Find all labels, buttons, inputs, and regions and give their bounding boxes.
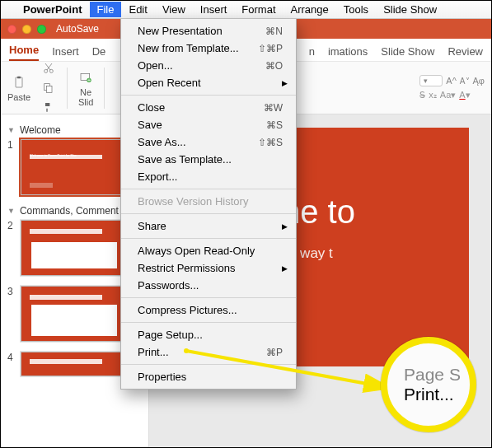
- increase-font-icon[interactable]: A^: [446, 76, 457, 86]
- slide-number: 2: [7, 220, 16, 231]
- new-slide-label: Ne Slid: [78, 87, 93, 107]
- copy-icon[interactable]: [40, 80, 57, 96]
- new-slide-icon: [77, 69, 94, 86]
- menu-separator: [121, 364, 296, 365]
- traffic-lights: [7, 25, 46, 34]
- mac-app-name[interactable]: PowerPoint: [16, 2, 90, 17]
- menu-new-from-template[interactable]: New from Template...⇧⌘P: [121, 40, 296, 57]
- minimize-window-button[interactable]: [22, 25, 31, 34]
- tab-animations-cut[interactable]: imations: [328, 45, 368, 61]
- menu-save-as[interactable]: Save As...⇧⌘S: [121, 133, 296, 151]
- font-color-icon[interactable]: A▾: [459, 90, 470, 100]
- tab-home[interactable]: Home: [9, 44, 39, 61]
- tab-insert[interactable]: Insert: [52, 45, 79, 61]
- menu-restrict-permissions[interactable]: Restrict Permissions: [121, 259, 296, 277]
- menubar-tools[interactable]: Tools: [336, 2, 376, 17]
- menu-open[interactable]: Open...⌘O: [121, 57, 296, 74]
- menu-compress-pictures[interactable]: Compress Pictures...: [121, 301, 296, 319]
- slide-thumb-1[interactable]: Welcome to PowerPoint for Mac: [21, 139, 128, 195]
- subscript-icon[interactable]: x₂: [429, 90, 437, 100]
- menu-properties[interactable]: Properties: [121, 368, 296, 385]
- menubar-format[interactable]: Format: [234, 2, 283, 17]
- file-menu-dropdown: New Presentation⌘N New from Template...⇧…: [120, 19, 297, 390]
- font-size-dropdown[interactable]: [419, 75, 443, 86]
- menu-always-open-read-only[interactable]: Always Open Read-Only: [121, 242, 296, 259]
- clear-format-icon[interactable]: Ąφ: [473, 76, 485, 86]
- menu-separator: [121, 189, 296, 189]
- close-window-button[interactable]: [7, 25, 16, 34]
- new-slide-button[interactable]: Ne Slid: [77, 69, 94, 107]
- decrease-font-icon[interactable]: A˅: [460, 77, 470, 86]
- slide-number: 3: [7, 286, 16, 297]
- slide-number: 4: [7, 352, 16, 363]
- zoom-line-print: Print...: [404, 385, 470, 404]
- clipboard-icon: [11, 74, 27, 91]
- menu-save[interactable]: Save⌘S: [121, 116, 296, 133]
- menu-print[interactable]: Print...⌘P: [121, 343, 296, 361]
- menu-open-recent[interactable]: Open Recent: [121, 74, 296, 91]
- tab-transitions-cut[interactable]: n: [309, 45, 315, 61]
- tab-review[interactable]: Review: [447, 45, 483, 61]
- fullscreen-window-button[interactable]: [37, 25, 46, 34]
- menubar-arrange[interactable]: Arrange: [283, 2, 336, 17]
- tab-slideshow[interactable]: Slide Show: [381, 45, 434, 61]
- mac-menubar: PowerPoint File Edit View Insert Format …: [1, 1, 491, 19]
- menubar-view[interactable]: View: [155, 2, 193, 17]
- paste-button[interactable]: Paste: [7, 74, 30, 102]
- slide-thumb-4[interactable]: [21, 352, 128, 376]
- menu-separator: [121, 95, 296, 96]
- menu-page-setup[interactable]: Page Setup...: [121, 326, 296, 343]
- menu-passwords[interactable]: Passwords...: [121, 277, 296, 294]
- annotation-zoom-circle: Page S Print...: [381, 337, 476, 432]
- ribbon-divider: [104, 68, 105, 109]
- strike-icon[interactable]: S̶: [419, 90, 425, 100]
- menubar-edit[interactable]: Edit: [121, 2, 154, 17]
- menu-export[interactable]: Export...: [121, 168, 296, 185]
- menu-separator: [121, 213, 296, 214]
- slide-number: 1: [7, 139, 16, 151]
- menubar-file[interactable]: File: [90, 2, 122, 17]
- menu-close[interactable]: Close⌘W: [121, 99, 296, 116]
- menu-browse-version-history: Browse Version History: [121, 193, 296, 210]
- autosave-label[interactable]: AutoSave: [56, 23, 99, 35]
- format-painter-icon[interactable]: [40, 100, 57, 115]
- svg-rect-1: [17, 76, 21, 78]
- tab-design-cut[interactable]: De: [92, 45, 106, 61]
- menu-separator: [121, 238, 296, 239]
- paste-label: Paste: [7, 92, 30, 102]
- menubar-insert[interactable]: Insert: [193, 2, 235, 17]
- ribbon-divider: [67, 68, 68, 109]
- menu-save-as-template[interactable]: Save as Template...: [121, 151, 296, 168]
- change-case-icon[interactable]: Aa▾: [440, 90, 456, 100]
- menu-separator: [121, 297, 296, 298]
- menubar-slideshow[interactable]: Slide Show: [376, 2, 444, 17]
- zoom-line-page-setup: Page S: [404, 365, 470, 385]
- menu-share[interactable]: Share: [121, 217, 296, 235]
- slide-thumb-3[interactable]: [21, 286, 128, 342]
- svg-rect-0: [16, 77, 22, 87]
- slide-thumb-2[interactable]: [21, 220, 128, 276]
- menu-separator: [121, 322, 296, 323]
- menu-new-presentation[interactable]: New Presentation⌘N: [121, 22, 296, 40]
- cut-icon[interactable]: [40, 62, 57, 77]
- svg-rect-5: [46, 86, 52, 92]
